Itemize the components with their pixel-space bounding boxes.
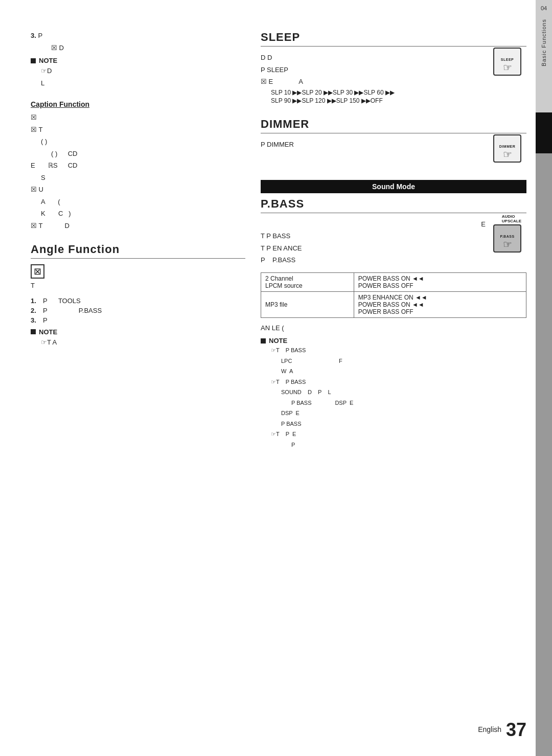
page-footer: English 37 xyxy=(478,719,526,741)
caption-checkbox: ☒ xyxy=(31,112,245,123)
caption-cd2: CD xyxy=(68,161,78,171)
audio-upscale-label: AUDIOUPSCALE xyxy=(502,214,521,223)
pbass-section: P.BASS AUDIOUPSCALE P.BASS ☞ E xyxy=(261,197,526,449)
dimmer-section: DIMMER DIMMER ☞ P DIMMER xyxy=(261,118,526,168)
caption-e-rs: E ℝS xyxy=(31,161,58,171)
step3-block: 3. P ☒ D NOTE ☞D L xyxy=(31,31,245,88)
side-tab-gray xyxy=(536,153,552,756)
language-label: English xyxy=(478,725,501,734)
section-number: 04 xyxy=(541,5,547,11)
caption-cd1: CD xyxy=(68,149,78,159)
pbass-table-row-2: MP3 file MP3 ENHANCE ON ◄◄ POWER BASS ON… xyxy=(261,291,526,317)
sleep-section: SLEEP SLEEP ☞ D D P SLEEP ☒ E xyxy=(261,31,526,105)
pbass-table-row-1: 2 Channel LPCM source POWER BASS ON ◄◄ P… xyxy=(261,272,526,291)
angle-note: NOTE ☞T A xyxy=(31,328,245,348)
angle-step1-text: P TOOLS xyxy=(43,297,81,305)
caption-function-block: Caption Function ☒ ☒ T ( ) ( ) E ℝS S xyxy=(31,100,245,231)
caption-checkbox-t2: ☒ T D xyxy=(31,221,245,231)
sleep-content: SLEEP ☞ D D P SLEEP ☒ E A SLP 10 ▶▶SLP 2… xyxy=(261,53,526,105)
dimmer-p: P DIMMER xyxy=(261,140,526,150)
sound-mode-bar: Sound Mode xyxy=(261,180,526,193)
caption-checkbox-u: ☒ U xyxy=(31,185,245,195)
angle-t: T xyxy=(31,281,44,291)
section-label: Basic Functions xyxy=(541,19,547,66)
sleep-checkbox-e: ☒ E A xyxy=(261,77,526,87)
angle-step3-text: P xyxy=(43,316,48,324)
angle-icon-row: ⊠ T xyxy=(31,265,245,293)
dimmer-hand-icon: ☞ xyxy=(503,148,512,161)
main-content: 3. P ☒ D NOTE ☞D L Caption Function ☒ ☒ xyxy=(0,0,552,756)
pbass-an-le: AN LE ( xyxy=(261,323,526,333)
angle-step3: 3. P xyxy=(31,316,245,324)
pbass-note-line-6: DSP E xyxy=(281,409,526,418)
caption-checkbox-t: ☒ T xyxy=(31,125,245,135)
angle-note-line: ☞T A xyxy=(41,337,245,348)
pbass-table-cell-right-2: MP3 ENHANCE ON ◄◄ POWER BASS ON ◄◄ POWER… xyxy=(354,291,526,317)
pbass-note: NOTE ☞T P BASS LPC F W A xyxy=(261,337,526,449)
angle-function-block: Angle Function ⊠ T 1. P TOOLS xyxy=(31,243,245,347)
caption-row1: ( ) E ℝS S CD CD xyxy=(31,149,245,185)
angle-note-header: NOTE xyxy=(31,328,245,336)
caption-parens1: ( ) xyxy=(41,136,245,147)
note-block-1: NOTE ☞D L xyxy=(31,57,245,88)
angle-step1-num: 1. xyxy=(31,297,40,305)
page-number: 37 xyxy=(506,719,526,740)
page-container: 04 Basic Functions 3. P ☒ D NOTE xyxy=(0,0,552,756)
pbass-note-line-7: P BASS xyxy=(281,420,526,428)
caption-function-title: Caption Function xyxy=(31,100,245,108)
pbass-note-line-0: ☞T P BASS xyxy=(271,346,526,355)
pbass-note-line-8: ☞T P E xyxy=(271,430,526,439)
pbass-note-line-4: SOUND D P L xyxy=(281,388,526,397)
sleep-d-d: D D xyxy=(261,53,526,63)
pbass-note-line-9: P xyxy=(291,441,526,449)
pbass-table-cell-left-2: MP3 file xyxy=(261,291,354,317)
sleep-p-sleep: P SLEEP xyxy=(261,65,526,75)
pbass-hand-icon: ☞ xyxy=(503,238,512,250)
angle-box-icon: ⊠ xyxy=(31,264,44,279)
angle-icon-sym: ⊠ xyxy=(31,265,44,279)
pbass-note-square-icon xyxy=(261,338,266,343)
pbass-btn-label: P.BASS xyxy=(500,235,514,238)
pbass-note-lines: ☞T P BASS LPC F W A ☞T P BASS xyxy=(271,346,526,449)
pbass-e: E xyxy=(261,219,526,230)
angle-step3-num: 3. xyxy=(31,316,40,324)
dimmer-content: DIMMER ☞ P DIMMER xyxy=(261,140,526,168)
caption-kc: K C ) xyxy=(41,209,245,219)
sleep-hand-icon: ☞ xyxy=(503,61,512,74)
pbass-note-line-5: P BASS DSP E xyxy=(291,399,526,407)
pbass-title: P.BASS xyxy=(261,197,526,213)
angle-step2-num: 2. xyxy=(31,307,40,314)
note-header-1: NOTE xyxy=(31,57,245,64)
sleep-button-container: SLEEP ☞ xyxy=(493,48,521,76)
caption-s: S xyxy=(41,173,58,183)
sleep-title: SLEEP xyxy=(261,31,526,47)
pbass-note-header: NOTE xyxy=(261,337,526,345)
angle-function-title: Angle Function xyxy=(31,243,245,259)
pbass-t-p-en-ance: T P EN ANCE xyxy=(261,243,526,254)
caption-parens2: ( ) xyxy=(51,149,58,159)
pbass-note-label: NOTE xyxy=(269,337,287,345)
pbass-table-cell-right-1: POWER BASS ON ◄◄ POWER BASS OFF xyxy=(354,272,526,291)
pbass-button-container: AUDIOUPSCALE P.BASS ☞ xyxy=(493,214,521,253)
pbass-note-line-1: LPC F xyxy=(281,357,526,365)
dimmer-btn-label: DIMMER xyxy=(499,145,515,148)
pbass-t-p-bass: T P BASS xyxy=(261,231,526,241)
pbass-table: 2 Channel LPCM source POWER BASS ON ◄◄ P… xyxy=(261,272,526,318)
note-line1: ☞D xyxy=(41,66,245,76)
angle-step1: 1. P TOOLS xyxy=(31,297,245,305)
dimmer-title: DIMMER xyxy=(261,118,526,133)
pbass-note-line-3: ☞T P BASS xyxy=(271,378,526,386)
angle-step2-text: P P.BASS xyxy=(43,307,102,314)
pbass-note-line-2: W A xyxy=(281,367,526,376)
note-square-icon xyxy=(31,58,36,63)
step3-label: 3. P xyxy=(31,31,245,41)
side-tab: 04 Basic Functions xyxy=(536,0,552,756)
note-label-1: NOTE xyxy=(39,57,57,64)
person-sound-icon: P.BASS xyxy=(79,307,102,314)
pbass-content: AUDIOUPSCALE P.BASS ☞ E T P BASS T P EN … xyxy=(261,219,526,267)
angle-step2: 2. P P.BASS xyxy=(31,307,245,314)
side-tab-top: 04 Basic Functions xyxy=(536,0,552,112)
dimmer-button-container: DIMMER ☞ xyxy=(493,134,521,163)
pbass-table-cell-left-1: 2 Channel LPCM source xyxy=(261,272,354,291)
left-column: 3. P ☒ D NOTE ☞D L Caption Function ☒ ☒ xyxy=(31,31,245,736)
